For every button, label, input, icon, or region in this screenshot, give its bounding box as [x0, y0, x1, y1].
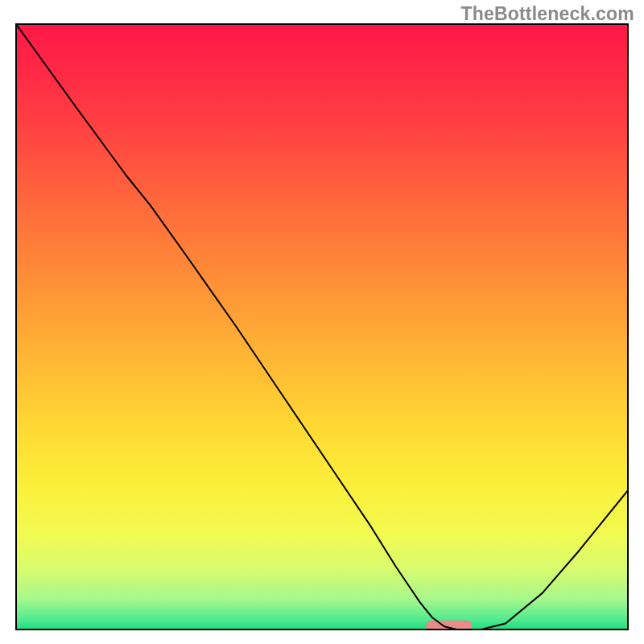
chart-svg — [15, 23, 629, 630]
optimal-marker — [426, 621, 472, 630]
gradient-background — [16, 24, 628, 630]
plot-area — [15, 23, 629, 630]
watermark-text: TheBottleneck.com — [460, 3, 634, 25]
chart-container: TheBottleneck.com — [0, 0, 644, 644]
